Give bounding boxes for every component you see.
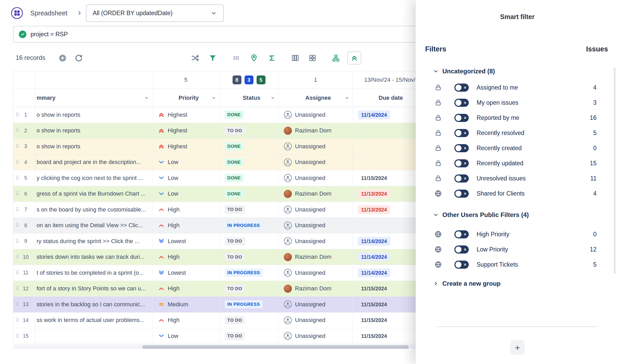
drag-handle-icon[interactable]: ⠿ [15, 285, 19, 292]
row-number-cell[interactable]: ⠿14 [13, 313, 35, 328]
summary-cell[interactable]: s on the board by using the customisable… [35, 202, 152, 218]
row-number-cell[interactable]: ⠿4 [13, 155, 35, 170]
drag-handle-icon[interactable]: ⠿ [15, 238, 19, 244]
drag-handle-icon[interactable]: ⠿ [15, 175, 19, 181]
status-cell[interactable]: TO DO [219, 313, 279, 328]
drag-handle-icon[interactable]: ⠿ [15, 270, 19, 276]
drag-handle-icon[interactable]: ⠿ [15, 159, 19, 165]
column-header-summary[interactable]: mmary [35, 89, 152, 107]
due-date-cell[interactable]: 11/13/2024 [353, 202, 424, 218]
due-date-cell[interactable]: 11/15/2024 [353, 328, 424, 344]
table-row[interactable]: ⠿12fort of a story in Story Points so we… [13, 281, 423, 297]
status-cell[interactable]: TO DO [219, 281, 279, 297]
priority-cell[interactable]: Low [152, 155, 219, 170]
priority-cell[interactable]: Highest [152, 107, 219, 123]
horizontal-scrollbar[interactable] [13, 345, 416, 349]
filter-toggle[interactable]: × [454, 99, 469, 107]
create-new-group-button[interactable]: Create a new group [416, 278, 619, 289]
summary-cell[interactable]: board and project are in the description… [35, 155, 152, 170]
filter-toggle[interactable]: × [454, 190, 469, 198]
column-header-due-date[interactable]: Due date [353, 89, 424, 107]
priority-cell[interactable]: Highest [152, 139, 219, 154]
table-row[interactable]: ⠿3o show in reportsHighestDONEUnassigned [13, 139, 423, 155]
filter-toggle[interactable]: × [454, 230, 469, 238]
due-date-cell[interactable]: 11/15/2024 [353, 170, 424, 186]
drag-handle-icon[interactable]: ⠿ [15, 127, 19, 134]
pin-button[interactable] [248, 52, 260, 64]
due-date-cell[interactable] [353, 155, 424, 170]
row-number-cell[interactable]: ⠿2 [13, 123, 35, 139]
priority-cell[interactable]: High [152, 202, 219, 218]
priority-cell[interactable]: Medium [152, 297, 219, 312]
row-number-cell[interactable]: ⠿13 [13, 297, 35, 312]
assignee-cell[interactable]: Unassigned [279, 297, 353, 312]
drag-handle-icon[interactable]: ⠿ [15, 143, 19, 150]
table-row[interactable]: ⠿2o show in reportsHighestTO DORaziman D… [13, 123, 423, 139]
assignee-cell[interactable]: Unassigned [279, 313, 353, 328]
hierarchy-button[interactable] [330, 52, 342, 64]
status-cell[interactable]: DONE [219, 170, 279, 186]
drag-dots-button[interactable] [230, 52, 242, 64]
drag-handle-icon[interactable]: ⠿ [15, 301, 19, 308]
assignee-cell[interactable]: Unassigned [279, 155, 353, 170]
row-number-cell[interactable]: ⠿6 [13, 186, 35, 202]
summary-cell[interactable]: y clicking the cog icon next to the spri… [35, 170, 152, 186]
view-selector-dropdown[interactable]: All (ORDER BY updatedDate) [86, 4, 224, 22]
table-row[interactable]: ⠿1o show in reportsHighestDONEUnassigned… [13, 107, 423, 123]
status-cell[interactable]: DONE [219, 107, 279, 123]
status-cell[interactable]: IN PROGRESS [219, 265, 279, 281]
sort-chevron-icon[interactable] [211, 96, 216, 100]
filter-group-header[interactable]: Uncategorized (8) [416, 63, 619, 80]
row-number-cell[interactable]: ⠿12 [13, 281, 35, 297]
assignee-cell[interactable]: Raziman Dom [279, 123, 353, 139]
drag-handle-icon[interactable]: ⠿ [15, 191, 19, 197]
table-row[interactable]: ⠿11t of stories to be completed in a spr… [13, 265, 423, 281]
assignee-cell[interactable]: Unassigned [279, 328, 353, 344]
priority-cell[interactable]: Lowest [152, 265, 219, 281]
summary-cell[interactable]: gress of a sprint via the Burndown Chart… [35, 186, 152, 202]
summary-cell[interactable]: stories down into tasks we can track dur… [35, 249, 152, 265]
filter-button[interactable] [207, 52, 219, 64]
table-row[interactable]: ⠿5y clicking the cog icon next to the sp… [13, 170, 423, 186]
due-date-cell[interactable] [353, 218, 424, 233]
due-date-cell[interactable] [353, 139, 424, 154]
sort-chevron-icon[interactable] [345, 96, 349, 100]
drag-handle-icon[interactable]: ⠿ [15, 222, 19, 228]
column-header-assignee[interactable]: Assignee [279, 89, 353, 107]
row-number-cell[interactable]: ⠿10 [13, 249, 35, 265]
table-row[interactable]: ⠿7s on the board by using the customisab… [13, 202, 423, 218]
drag-handle-icon[interactable]: ⠿ [15, 333, 19, 339]
row-number-cell[interactable]: ⠿5 [13, 170, 35, 186]
row-number-cell[interactable]: ⠿7 [13, 202, 35, 218]
drag-handle-icon[interactable]: ⠿ [15, 317, 19, 323]
assignee-cell[interactable]: Unassigned [279, 139, 353, 154]
filter-toggle[interactable]: × [454, 114, 469, 122]
table-row[interactable]: ⠿10stories down into tasks we can track … [13, 249, 423, 265]
due-date-cell[interactable]: 11/15/2024 [353, 281, 424, 297]
filter-toggle[interactable]: × [454, 84, 469, 92]
due-date-cell[interactable]: 11/14/2024 [353, 107, 424, 123]
assignee-cell[interactable]: Unassigned [279, 202, 353, 218]
table-row[interactable]: ⠿8on an item using the Detail View >> Cl… [13, 218, 423, 234]
row-number-cell[interactable]: ⠿3 [13, 139, 35, 154]
status-cell[interactable]: DONE [219, 139, 279, 154]
due-date-cell[interactable] [353, 123, 424, 139]
filter-toggle[interactable]: × [454, 144, 469, 152]
assignee-cell[interactable]: Unassigned [279, 170, 353, 186]
summary-cell[interactable]: o show in reports [35, 123, 152, 139]
row-number-cell[interactable]: ⠿8 [13, 218, 35, 233]
priority-cell[interactable]: High [152, 281, 219, 297]
filter-toggle[interactable]: × [454, 159, 469, 167]
table-row[interactable]: ⠿13stories in the backlog so I can commu… [13, 297, 423, 313]
assignee-cell[interactable]: Raziman Dom [279, 186, 353, 202]
assignee-cell[interactable]: Unassigned [279, 107, 353, 123]
refresh-button[interactable] [73, 52, 85, 64]
assignee-cell[interactable]: Raziman Dom [279, 281, 353, 297]
priority-cell[interactable]: High [152, 313, 219, 328]
column-header-priority[interactable]: Priority [152, 89, 219, 107]
table-row[interactable]: ⠿15LowTO DOUnassigned11/15/2024 [13, 328, 423, 344]
table-row[interactable]: ⠿6gress of a sprint via the Burndown Cha… [13, 186, 423, 202]
drag-handle-icon[interactable]: ⠿ [15, 112, 19, 118]
sort-chevron-icon[interactable] [270, 96, 275, 100]
assignee-cell[interactable]: Unassigned [279, 233, 353, 249]
